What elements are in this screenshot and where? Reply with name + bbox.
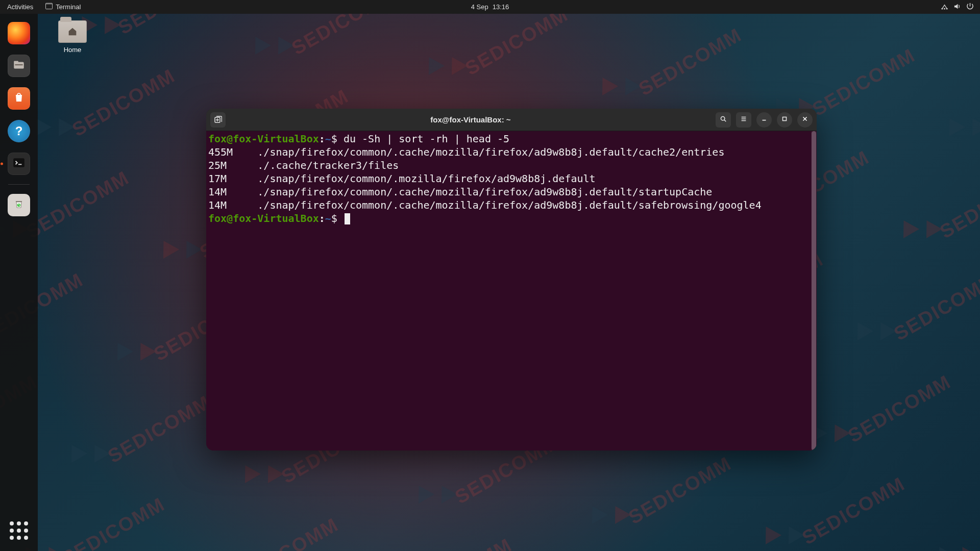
clock[interactable]: 4 Sep 13:16 xyxy=(471,3,509,11)
dock-separator xyxy=(8,184,30,185)
terminal-output-line: 25M ./.cache/tracker3/files xyxy=(208,159,815,172)
dock: ? xyxy=(0,14,38,551)
close-button[interactable] xyxy=(797,112,813,128)
activities-button[interactable]: Activities xyxy=(0,3,40,11)
svg-rect-8 xyxy=(13,158,24,167)
terminal-window: fox@fox-VirtualBox: ~ fo xyxy=(206,109,817,450)
maximize-icon xyxy=(781,115,788,124)
volume-icon xyxy=(953,3,961,12)
dock-terminal[interactable] xyxy=(5,149,33,178)
search-button[interactable] xyxy=(716,112,731,128)
svg-rect-1 xyxy=(46,3,53,5)
hamburger-menu-button[interactable] xyxy=(736,112,751,128)
terminal-titlebar[interactable]: fox@fox-VirtualBox: ~ xyxy=(206,109,817,131)
terminal-scrollbar[interactable] xyxy=(811,131,817,450)
files-icon xyxy=(12,58,26,73)
menu-icon xyxy=(740,115,747,124)
desktop: SEDICOMMSEDICOMMSEDICOMMSEDICOMMSEDICOMM… xyxy=(0,0,980,551)
maximize-button[interactable] xyxy=(777,112,792,128)
new-tab-button[interactable] xyxy=(210,112,226,128)
show-applications-button[interactable] xyxy=(6,517,32,544)
shopping-bag-icon xyxy=(13,91,25,106)
minimize-icon xyxy=(761,115,768,124)
terminal-output-line: 17M ./snap/firefox/common/.mozilla/firef… xyxy=(208,172,815,185)
svg-point-3 xyxy=(944,8,945,9)
terminal-output-line: 14M ./snap/firefox/common/.cache/mozilla… xyxy=(208,185,815,198)
cursor xyxy=(345,213,350,224)
dock-firefox[interactable] xyxy=(5,19,33,47)
system-tray[interactable] xyxy=(941,3,980,12)
terminal-line-command: fox@fox-VirtualBox:~$ du -Sh | sort -rh … xyxy=(208,132,815,145)
scrollbar-thumb[interactable] xyxy=(812,131,816,450)
dock-software[interactable] xyxy=(5,84,33,113)
dock-trash[interactable] xyxy=(5,191,33,219)
network-icon xyxy=(941,3,948,12)
svg-rect-6 xyxy=(14,61,18,63)
svg-rect-9 xyxy=(16,201,22,202)
svg-point-12 xyxy=(721,116,724,120)
terminal-app-icon xyxy=(12,156,26,171)
terminal-icon xyxy=(45,3,53,11)
top-bar: Activities Terminal 4 Sep 13:16 xyxy=(0,0,980,14)
folder-icon xyxy=(58,20,87,43)
minimize-button[interactable] xyxy=(756,112,772,128)
svg-rect-7 xyxy=(15,64,22,65)
power-icon xyxy=(966,3,974,12)
close-icon xyxy=(801,115,808,124)
appmenu-label: Terminal xyxy=(56,3,81,11)
terminal-line-prompt: fox@fox-VirtualBox:~$ xyxy=(208,212,815,225)
trash-icon xyxy=(13,198,25,212)
appmenu-terminal[interactable]: Terminal xyxy=(40,3,86,11)
terminal-output-line: 14M ./snap/firefox/common/.cache/mozilla… xyxy=(208,198,815,212)
desktop-icons: Home xyxy=(47,20,98,54)
desktop-home-folder[interactable]: Home xyxy=(47,20,98,54)
dock-files[interactable] xyxy=(5,52,33,80)
clock-date: 4 Sep xyxy=(471,3,488,11)
terminal-output-line: 455M ./snap/firefox/common/.cache/mozill… xyxy=(208,145,815,159)
dock-help[interactable]: ? xyxy=(5,117,33,145)
terminal-body[interactable]: fox@fox-VirtualBox:~$ du -Sh | sort -rh … xyxy=(206,131,817,450)
desktop-home-label: Home xyxy=(47,46,98,54)
window-title: fox@fox-VirtualBox: ~ xyxy=(226,115,716,124)
help-icon: ? xyxy=(15,124,23,138)
clock-time: 13:16 xyxy=(493,3,509,11)
svg-rect-13 xyxy=(783,117,787,120)
terminal-output: 455M ./snap/firefox/common/.cache/mozill… xyxy=(208,145,815,212)
search-icon xyxy=(720,115,727,124)
